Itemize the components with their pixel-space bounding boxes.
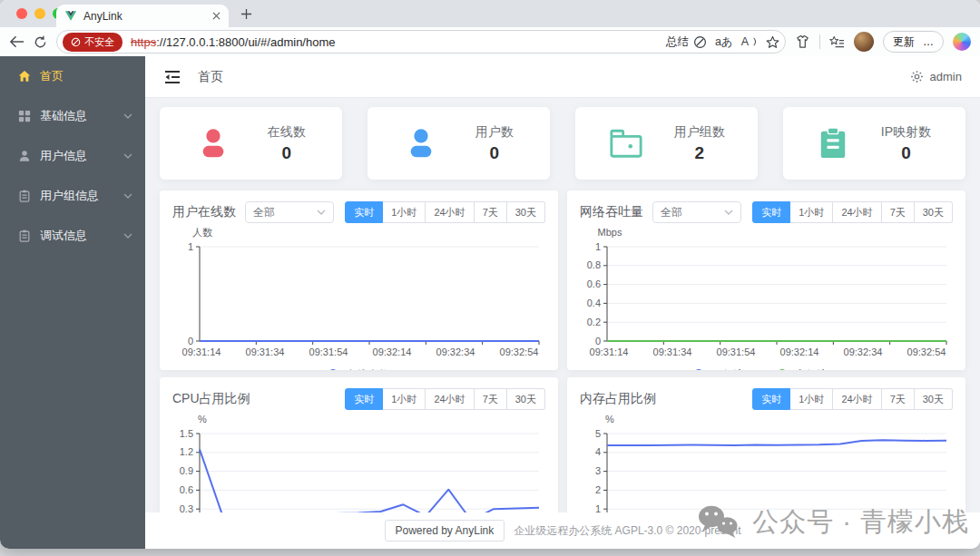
url-text: https://127.0.0.1:8800/ui/#/admin/home: [131, 35, 336, 49]
svg-text:4: 4: [595, 446, 601, 457]
group-filter-select[interactable]: 全部: [245, 201, 334, 223]
svg-text:2: 2: [595, 484, 601, 495]
sidebar-item-user-group-info[interactable]: 用户组信息: [0, 176, 145, 216]
translate-icon[interactable]: aあ: [715, 34, 733, 50]
stat-card-users: 用户数0: [368, 107, 550, 180]
svg-text:0.9: 0.9: [180, 465, 193, 476]
svg-text:0.6: 0.6: [587, 278, 601, 289]
browser-toolbar: 不安全 https://127.0.0.1:8800/ui/#/admin/ho…: [0, 27, 980, 56]
range-button-7天[interactable]: 7天: [882, 201, 915, 223]
summarize-button[interactable]: 总结: [666, 34, 707, 50]
sidebar-item-label: 调试信息: [40, 228, 87, 244]
range-button-7天[interactable]: 7天: [475, 201, 507, 223]
range-button-1小时[interactable]: 1小时: [790, 388, 833, 410]
vue-logo-icon: [64, 10, 77, 22]
range-button-30天[interactable]: 30天: [915, 201, 953, 223]
security-badge[interactable]: 不安全: [63, 33, 122, 52]
clipboard-icon: [18, 190, 31, 202]
svg-text:09:32:34: 09:32:34: [844, 346, 883, 357]
sidebar-item-basic-info[interactable]: 基础信息: [0, 96, 145, 136]
close-window-button[interactable]: [16, 8, 27, 19]
sidebar-fold-icon[interactable]: [163, 69, 181, 85]
copilot-icon[interactable]: [953, 33, 971, 51]
sidebar-item-home[interactable]: 首页: [0, 56, 145, 96]
time-range-group: 实时1小时24小时7天30天: [345, 388, 545, 410]
favorites-bar-icon[interactable]: [829, 35, 845, 49]
range-button-1小时[interactable]: 1小时: [383, 388, 426, 410]
favorite-star-icon[interactable]: [766, 35, 779, 49]
svg-text:5: 5: [595, 428, 601, 439]
chart-canvas: 人数0109:31:1409:31:3409:31:5409:32:1409:3…: [172, 227, 544, 370]
close-tab-icon[interactable]: [212, 12, 220, 20]
home-icon: [18, 70, 31, 83]
svg-text:0: 0: [188, 336, 193, 346]
back-icon[interactable]: [9, 35, 24, 48]
dashboard-content: 在线数0 用户数0 用户组数2: [145, 98, 980, 549]
update-button[interactable]: 更新 …: [883, 31, 944, 53]
group-filter-select[interactable]: 全部: [652, 201, 741, 223]
stat-card-online: 在线数0: [160, 107, 342, 180]
range-button-实时[interactable]: 实时: [752, 201, 790, 223]
online-users-chart: 人数0109:31:1409:31:3409:31:5409:32:1409:3…: [172, 227, 545, 370]
svg-text:09:31:54: 09:31:54: [717, 346, 756, 357]
stat-label: 用户组数: [674, 124, 725, 141]
reload-icon[interactable]: [34, 35, 47, 49]
main-area: 首页 admin 在线数0: [145, 56, 980, 549]
online-user-icon: [196, 126, 230, 161]
sidebar-item-label: 用户信息: [40, 148, 87, 164]
stat-label: 在线数: [268, 124, 306, 141]
range-button-7天[interactable]: 7天: [475, 388, 507, 410]
profile-avatar[interactable]: [854, 32, 874, 52]
range-button-24小时[interactable]: 24小时: [833, 201, 881, 223]
users-icon: [404, 126, 438, 161]
panel-throughput: 网络吞吐量 全部 实时1小时24小时7天30天 Mbps00.20.40.60.…: [567, 190, 965, 370]
tab-title: AnyLink: [83, 10, 206, 23]
svg-text:1.2: 1.2: [180, 446, 193, 457]
sidebar-item-label: 用户组信息: [40, 188, 99, 204]
svg-text:09:31:14: 09:31:14: [182, 346, 221, 357]
sidebar: 首页 基础信息 用户信息 用户组信息: [0, 56, 145, 549]
range-button-1小时[interactable]: 1小时: [383, 201, 426, 223]
clipboard-filled-icon: [818, 126, 848, 161]
svg-text:0.4: 0.4: [587, 298, 601, 308]
sidebar-item-debug-info[interactable]: 调试信息: [0, 216, 145, 256]
browser-tab[interactable]: AnyLink: [56, 5, 229, 27]
read-aloud-icon[interactable]: A: [741, 35, 758, 48]
range-button-24小时[interactable]: 24小时: [426, 201, 474, 223]
range-button-24小时[interactable]: 24小时: [426, 388, 474, 410]
range-button-实时[interactable]: 实时: [345, 201, 383, 223]
range-button-30天[interactable]: 30天: [507, 388, 545, 410]
watermark: 公众号 · 青檬小栈: [697, 503, 969, 541]
more-menu-icon: …: [923, 35, 934, 48]
svg-text:上行流量: 上行流量: [795, 368, 838, 371]
svg-text:0.2: 0.2: [587, 317, 601, 327]
browser-essentials-icon[interactable]: [795, 34, 810, 49]
range-button-实时[interactable]: 实时: [345, 388, 383, 410]
topbar: 首页 admin: [145, 56, 980, 98]
stat-value: 0: [489, 143, 499, 163]
range-button-7天[interactable]: 7天: [882, 388, 915, 410]
panel-title: CPU占用比例: [172, 391, 250, 407]
stat-value: 0: [281, 143, 291, 163]
sidebar-item-user-info[interactable]: 用户信息: [0, 136, 145, 176]
charts-row-1: 用户在线数 全部 实时1小时24小时7天30天 人数0109:31:1409:3…: [160, 190, 965, 370]
minimize-window-button[interactable]: [34, 8, 45, 19]
range-button-实时[interactable]: 实时: [752, 388, 790, 410]
address-bar[interactable]: 不安全 https://127.0.0.1:8800/ui/#/admin/ho…: [56, 30, 786, 54]
svg-text:09:32:54: 09:32:54: [907, 346, 946, 357]
new-tab-button[interactable]: [240, 8, 252, 20]
grid-icon: [18, 110, 31, 122]
range-button-1小时[interactable]: 1小时: [790, 201, 833, 223]
svg-text:%: %: [605, 414, 614, 424]
range-button-24小时[interactable]: 24小时: [833, 388, 881, 410]
user-icon: [18, 150, 31, 162]
user-menu[interactable]: admin: [910, 70, 962, 83]
range-button-30天[interactable]: 30天: [507, 201, 545, 223]
stat-card-ip-map: IP映射数0: [783, 107, 965, 180]
svg-text:1: 1: [188, 241, 193, 252]
sidebar-item-label: 基础信息: [40, 108, 87, 124]
svg-text:0.6: 0.6: [180, 484, 193, 495]
tab-strip: AnyLink: [0, 0, 980, 27]
powered-by-link[interactable]: Powered by AnyLink: [385, 520, 505, 541]
range-button-30天[interactable]: 30天: [915, 388, 953, 410]
